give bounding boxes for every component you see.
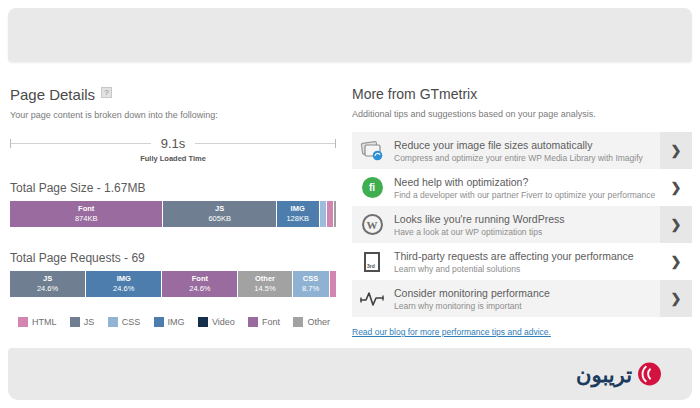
req-segment-html — [330, 271, 336, 297]
legend-item-other: Other — [293, 317, 330, 327]
wordpress-icon: W — [362, 214, 383, 235]
chevron-right-icon: ❯ — [660, 243, 692, 280]
fully-loaded-timeline: 9.1s Fully Loaded Time — [10, 136, 336, 163]
html-swatch — [18, 317, 28, 327]
tip-row-wordpress[interactable]: W Looks like you're running WordPress Ha… — [352, 206, 692, 243]
page-size-title: Total Page Size - 1.67MB — [10, 181, 336, 195]
tip-row-imagify[interactable]: Reduce your image file sizes automatical… — [352, 132, 692, 169]
tip-title: Consider monitoring performance — [394, 287, 656, 299]
video-swatch — [198, 317, 208, 327]
chevron-right-icon: ❯ — [660, 132, 692, 169]
more-subtitle: Additional tips and suggestions based on… — [352, 109, 692, 119]
page-details-title-row: Page Details ? — [10, 86, 336, 103]
third-party-icon: 3rd — [364, 252, 380, 272]
pulse-monitoring-icon — [352, 291, 392, 307]
tip-title: Third-party requests are affecting your … — [394, 250, 656, 262]
content-type-legend: HTML JS CSS IMG Video Font Other — [10, 317, 336, 327]
page-requests-title: Total Page Requests - 69 — [10, 251, 336, 265]
req-segment-img: IMG24.6% — [86, 271, 161, 297]
tip-row-third-party[interactable]: 3rd Third-party requests are affecting y… — [352, 243, 692, 280]
tip-desc: Learn why and potential solutions — [394, 264, 656, 274]
triboon-logo-text: تریبون — [576, 364, 632, 385]
timeline-right-tick — [335, 139, 336, 148]
tip-text: Reduce your image file sizes automatical… — [392, 134, 660, 168]
size-segment-img: IMG128KB — [277, 201, 319, 227]
timeline-line-left — [11, 143, 151, 144]
chevron-right-icon: ❯ — [660, 280, 692, 317]
fully-loaded-time-label: Fully Loaded Time — [10, 154, 336, 163]
chevron-right-icon: ❯ — [660, 206, 692, 243]
legend-item-img: IMG — [154, 317, 185, 327]
size-segment-js: JS605KB — [163, 201, 276, 227]
blog-link[interactable]: Read our blog for more performance tips … — [352, 327, 551, 337]
triboon-logo-mark — [637, 362, 662, 387]
footer-band: تریبون — [8, 348, 692, 400]
tips-list: Reduce your image file sizes automatical… — [352, 132, 692, 317]
timeline-line-right — [195, 143, 335, 144]
fiverr-icon: fi — [362, 177, 383, 198]
tip-text: Looks like you're running WordPress Have… — [392, 208, 660, 242]
legend-item-js: JS — [70, 317, 95, 327]
imagify-photos-icon — [352, 141, 392, 161]
help-icon[interactable]: ? — [101, 87, 112, 98]
page-title: Page Details — [10, 86, 95, 103]
tip-text: Need help with optimization? Find a deve… — [392, 171, 660, 205]
css-swatch — [108, 317, 118, 327]
size-segment-other — [334, 201, 336, 227]
legend-item-font: Font — [248, 317, 280, 327]
other-swatch — [293, 317, 303, 327]
chevron-right-icon: ❯ — [660, 169, 692, 206]
req-segment-js: JS24.6% — [10, 271, 85, 297]
req-segment-css: CSS8.7% — [293, 271, 329, 297]
legend-item-html: HTML — [18, 317, 57, 327]
tip-title: Looks like you're running WordPress — [394, 213, 656, 225]
tip-title: Need help with optimization? — [394, 176, 656, 188]
more-title: More from GTmetrix — [352, 86, 692, 102]
page-details-subtitle: Your page content is broken down into th… — [10, 110, 336, 120]
tip-row-fiverr[interactable]: fi Need help with optimization? Find a d… — [352, 169, 692, 206]
tip-desc: Have a look at our WP optimization tips — [394, 227, 656, 237]
size-segment-css — [320, 201, 327, 227]
tip-row-monitoring[interactable]: Consider monitoring performance Learn wh… — [352, 280, 692, 317]
tip-text: Consider monitoring performance Learn wh… — [392, 282, 660, 316]
page-size-bar: Font874KB JS605KB IMG128KB — [10, 201, 336, 227]
tip-text: Third-party requests are affecting your … — [392, 245, 660, 279]
tip-desc: Learn why monitoring is important — [394, 301, 656, 311]
js-swatch — [70, 317, 80, 327]
fully-loaded-time-value: 9.1s — [151, 136, 196, 151]
img-swatch — [154, 317, 164, 327]
size-segment-html — [327, 201, 333, 227]
more-from-gtmetrix-section: More from GTmetrix Additional tips and s… — [352, 86, 692, 339]
size-segment-font: Font874KB — [10, 201, 162, 227]
legend-item-css: CSS — [108, 317, 141, 327]
tip-desc: Find a developer with our partner Fiverr… — [394, 190, 656, 200]
page-details-section: Page Details ? Your page content is brok… — [10, 86, 336, 327]
page-requests-bar: JS24.6% IMG24.6% Font24.6% Other14.5% CS… — [10, 271, 336, 297]
tip-title: Reduce your image file sizes automatical… — [394, 139, 656, 151]
top-header-band — [8, 8, 692, 62]
legend-item-video: Video — [198, 317, 235, 327]
req-segment-font: Font24.6% — [162, 271, 237, 297]
req-segment-other: Other14.5% — [238, 271, 291, 297]
font-swatch — [248, 317, 258, 327]
triboon-logo: تریبون — [576, 362, 662, 387]
tip-desc: Compress and optimize your entire WP Med… — [394, 153, 656, 163]
